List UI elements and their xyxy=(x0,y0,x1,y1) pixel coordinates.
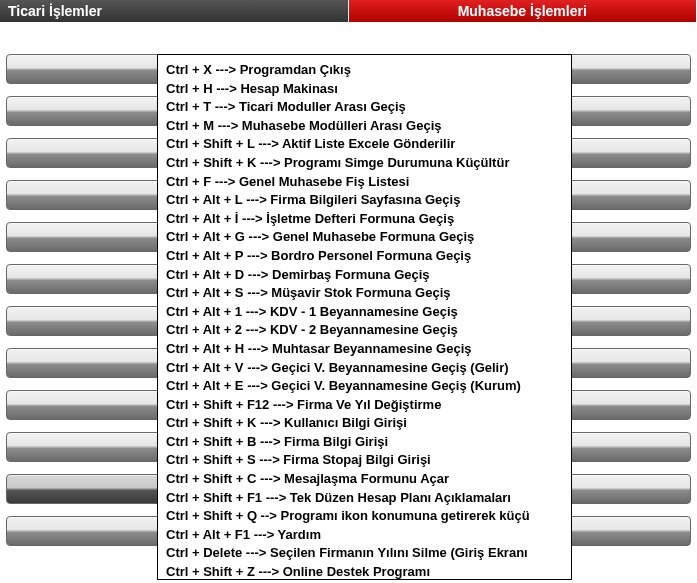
shortcut-line: Ctrl + T ---> Ticari Moduller Arası Geçi… xyxy=(166,98,563,117)
shortcut-line: Ctrl + Shift + F12 ---> Firma Ve Yıl Değ… xyxy=(166,396,563,415)
shortcut-line: Ctrl + M ---> Muhasebe Modülleri Arası G… xyxy=(166,117,563,136)
shortcut-line: Ctrl + Delete ---> Seçilen Firmanın Yılı… xyxy=(166,544,563,563)
tab-commercial-label: Ticari İşlemler xyxy=(8,3,102,19)
shortcut-line: Ctrl + Shift + L ---> Aktif Liste Excele… xyxy=(166,135,563,154)
shortcut-line: Ctrl + Alt + E ---> Geçici V. Beyannames… xyxy=(166,377,563,396)
tab-accounting[interactable]: Muhasebe İşlemleri xyxy=(349,0,698,22)
shortcut-line: Ctrl + Alt + İ ---> İşletme Defteri Form… xyxy=(166,210,563,229)
shortcut-line: Ctrl + Alt + H ---> Muhtasar Beyannamesi… xyxy=(166,340,563,359)
shortcut-line: Ctrl + Alt + L ---> Firma Bilgileri Sayf… xyxy=(166,191,563,210)
shortcut-line: Ctrl + Shift + S ---> Firma Stopaj Bilgi… xyxy=(166,451,563,470)
shortcut-line: Ctrl + Shift + K ---> Kullanıcı Bilgi Gi… xyxy=(166,414,563,433)
shortcut-line: Ctrl + Alt + D ---> Demirbaş Formuna Geç… xyxy=(166,266,563,285)
shortcut-line: Ctrl + H ---> Hesap Makinası xyxy=(166,80,563,99)
shortcut-line: Ctrl + Alt + S ---> Müşavir Stok Formuna… xyxy=(166,284,563,303)
tab-commercial[interactable]: Ticari İşlemler xyxy=(0,0,349,22)
shortcut-line: Ctrl + Shift + Z ---> Online Destek Prog… xyxy=(166,563,563,580)
shortcut-line: Ctrl + Shift + F1 ---> Tek Düzen Hesap P… xyxy=(166,489,563,508)
shortcut-line: Ctrl + X ---> Programdan Çıkış xyxy=(166,61,563,80)
shortcut-line: Ctrl + Shift + K ---> Programı Simge Dur… xyxy=(166,154,563,173)
shortcut-line: Ctrl + Alt + F1 ---> Yardım xyxy=(166,526,563,545)
shortcut-line: Ctrl + Alt + 1 ---> KDV - 1 Beyannamesin… xyxy=(166,303,563,322)
shortcut-line: Ctrl + Alt + G ---> Genel Muhasebe Formu… xyxy=(166,228,563,247)
shortcut-line: Ctrl + Shift + B ---> Firma Bilgi Girişi xyxy=(166,433,563,452)
shortcut-line: Ctrl + F ---> Genel Muhasebe Fiş Listesi xyxy=(166,173,563,192)
shortcut-help-panel: Ctrl + X ---> Programdan Çıkış Ctrl + H … xyxy=(157,54,572,580)
shortcut-line: Ctrl + Alt + V ---> Geçici V. Beyannames… xyxy=(166,359,563,378)
shortcut-line: Ctrl + Alt + P ---> Bordro Personel Form… xyxy=(166,247,563,266)
shortcut-line: Ctrl + Alt + 2 ---> KDV - 2 Beyannamesin… xyxy=(166,321,563,340)
shortcut-line: Ctrl + Shift + C ---> Mesajlaşma Formunu… xyxy=(166,470,563,489)
shortcut-line: Ctrl + Shift + Q --> Programı ikon konum… xyxy=(166,507,563,526)
tab-accounting-label: Muhasebe İşlemleri xyxy=(458,3,587,19)
